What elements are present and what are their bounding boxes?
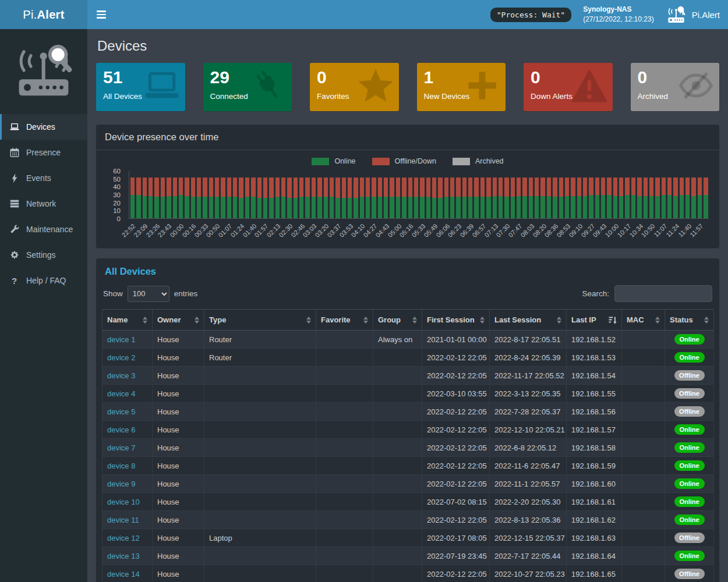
column-header-last-session[interactable]: Last Session (490, 310, 567, 331)
device-link[interactable]: device 7 (107, 443, 135, 452)
cell-status: Online (665, 439, 714, 457)
card-favorites[interactable]: 0Favorites (310, 63, 399, 111)
x-tick-label: 22:52 (121, 222, 137, 239)
chart-bar (637, 178, 641, 218)
device-link[interactable]: device 5 (107, 407, 135, 416)
cell-mac (622, 475, 665, 493)
chart-bar (239, 178, 243, 218)
sidebar-item-events[interactable]: Events (0, 165, 87, 191)
chart-bar (173, 178, 177, 218)
cell-type (204, 511, 316, 529)
column-header-mac[interactable]: MAC (622, 310, 665, 331)
cell-favorite (316, 385, 373, 403)
hamburger-menu-icon[interactable] (97, 10, 109, 19)
device-link[interactable]: device 8 (107, 462, 135, 470)
card-down-alerts[interactable]: 0Down Alerts (524, 63, 613, 111)
presence-chart-panel: Device presence over time OnlineOffline/… (96, 125, 719, 248)
brand-link[interactable]: Pi.Alert (666, 6, 720, 23)
cell-type: Router (204, 349, 316, 367)
device-link[interactable]: device 12 (107, 534, 140, 542)
sidebar-item-settings[interactable]: Settings (0, 242, 87, 268)
x-tick-label: 11:57 (689, 222, 705, 238)
x-tick-label: 10:17 (616, 222, 632, 239)
sidebar-item-presence[interactable]: Presence (0, 140, 87, 165)
chart-panel-title: Device presence over time (96, 125, 719, 150)
sidebar-item-devices[interactable]: Devices (0, 114, 87, 140)
cell-first-session: 2022-02-12 22:05 (422, 475, 490, 493)
column-header-owner[interactable]: Owner (153, 310, 204, 331)
sidebar-item-help-faq[interactable]: ?Help / FAQ (0, 268, 87, 293)
device-link[interactable]: device 11 (107, 516, 139, 524)
device-link[interactable]: device 13 (107, 552, 140, 560)
column-label: First Session (427, 315, 475, 324)
column-header-last-ip[interactable]: Last IP (567, 310, 622, 331)
cell-group (373, 439, 422, 457)
process-status-badge: "Process: Wait" (490, 8, 571, 22)
card-all-devices[interactable]: 51All Devices (96, 63, 185, 111)
calendar-icon (9, 148, 19, 158)
cell-first-session: 2022-02-12 22:05 (422, 457, 490, 475)
device-link[interactable]: device 4 (107, 389, 135, 398)
cell-status: Online (665, 493, 714, 511)
app-logo[interactable]: Pi.Alert (0, 0, 87, 29)
device-link[interactable]: device 3 (107, 371, 135, 380)
cell-first-session: 2022-03-10 03:55 (422, 385, 490, 403)
sidebar-logo-icon (0, 29, 87, 112)
chart-bar (384, 178, 388, 218)
cell-last-session: 2022-8-24 22:05.39 (490, 349, 567, 367)
device-row: device 6House2022-02-12 22:052022-12-10 … (103, 421, 714, 439)
cell-name: device 5 (103, 403, 153, 421)
device-link[interactable]: device 9 (107, 480, 135, 488)
cell-mac (622, 547, 665, 565)
cell-type (204, 547, 316, 565)
device-link[interactable]: device 2 (107, 353, 135, 362)
device-link[interactable]: device 14 (107, 570, 140, 579)
cell-group (373, 421, 422, 439)
card-new-devices[interactable]: 1New Devices (417, 63, 506, 111)
card-connected[interactable]: 29Connected (203, 63, 292, 111)
cell-status: Online (665, 349, 714, 367)
cell-last-session: 2022-10-27 22:05.23 (490, 565, 567, 582)
sort-active-icon (609, 316, 617, 324)
chart-bar (565, 178, 569, 218)
cell-last-ip: 192.168.1.58 (567, 439, 622, 457)
cell-status: Offline (665, 565, 714, 582)
chart-bar (209, 178, 213, 218)
search-wrap: Search: (582, 285, 713, 302)
column-header-status[interactable]: Status (665, 310, 714, 331)
legend-label: Archived (475, 157, 504, 165)
device-link[interactable]: device 6 (107, 425, 135, 434)
chart-bar (233, 178, 237, 218)
column-header-favorite[interactable]: Favorite (316, 310, 373, 331)
cell-last-ip: 192.168.1.61 (567, 493, 622, 511)
entries-label: entries (174, 289, 198, 298)
host-info: Synology-NAS (27/12/2022, 12:10:23) (583, 5, 653, 25)
chart-bar (667, 178, 672, 218)
cell-favorite (316, 493, 373, 511)
cell-owner: House (153, 349, 204, 367)
chart-bar (517, 178, 521, 218)
search-input[interactable] (614, 285, 712, 302)
device-row: device 12HouseLaptop2022-02-17 08:052022… (103, 529, 714, 547)
device-row: device 3House2022-02-12 22:052022-11-17 … (103, 367, 714, 385)
page-length-select[interactable]: 100 (128, 286, 169, 302)
sidebar-item-network[interactable]: Network (0, 191, 87, 217)
column-header-group[interactable]: Group (373, 310, 422, 331)
device-link[interactable]: device 1 (107, 335, 135, 344)
device-link[interactable]: device 10 (107, 498, 140, 506)
chart-bar (426, 178, 430, 218)
chart-bar (366, 178, 370, 218)
chart-bar (354, 178, 358, 218)
column-header-name[interactable]: Name (103, 310, 153, 331)
laptop-icon (9, 122, 19, 132)
chart-bar (504, 178, 508, 218)
x-tick-label: 08:03 (519, 222, 535, 239)
column-header-first-session[interactable]: First Session (422, 310, 490, 331)
sidebar-item-maintenance[interactable]: Maintenance (0, 217, 87, 242)
card-archived[interactable]: 0Archived (631, 63, 720, 111)
column-header-type[interactable]: Type (204, 310, 316, 331)
status-badge: Online (674, 460, 705, 471)
column-label: Owner (157, 315, 181, 324)
cell-status: Online (665, 511, 714, 529)
chart-bar (432, 178, 436, 218)
